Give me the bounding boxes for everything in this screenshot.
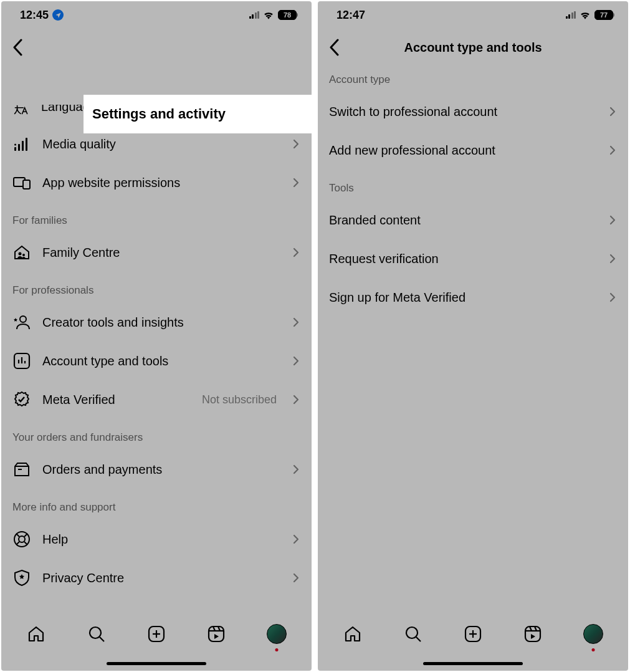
right-screenshot: 12:47 77 Account type and tools Account … <box>318 1 628 671</box>
svg-rect-1 <box>18 144 20 151</box>
row-label: Privacy Centre <box>42 571 280 585</box>
wifi-icon <box>580 11 591 19</box>
page-title: Account type and tools <box>318 41 628 55</box>
chevron-right-icon <box>292 176 300 190</box>
svg-line-23 <box>100 637 104 641</box>
home-indicator[interactable] <box>318 656 628 671</box>
chevron-right-icon <box>292 393 300 406</box>
row-label: App website permissions <box>42 176 280 190</box>
svg-rect-0 <box>14 147 16 151</box>
chevron-right-icon <box>292 571 300 585</box>
chevron-right-icon <box>608 252 617 266</box>
svg-point-17 <box>19 536 25 542</box>
row-label: Creator tools and insights <box>42 315 280 330</box>
svg-rect-2 <box>22 141 24 151</box>
status-bar: 12:45 78 <box>1 1 312 29</box>
row-orders-payments[interactable]: Orders and payments <box>1 450 312 489</box>
nav-header <box>1 29 312 66</box>
battery-level: 77 <box>595 11 613 19</box>
row-label: Meta Verified <box>42 393 191 407</box>
svg-point-4 <box>14 144 16 146</box>
language-icon <box>12 105 30 115</box>
tab-reels[interactable] <box>519 620 546 648</box>
back-button[interactable] <box>320 34 348 61</box>
row-family-centre[interactable]: Family Centre <box>1 233 312 272</box>
star-person-icon <box>12 313 31 332</box>
status-time: 12:45 <box>20 9 49 22</box>
tab-create[interactable] <box>143 620 170 648</box>
section-tools: Tools <box>318 170 628 201</box>
svg-line-18 <box>16 534 19 537</box>
chevron-right-icon <box>608 105 617 118</box>
row-label: Request verification <box>329 252 597 266</box>
left-screenshot: 12:45 78 Settings and activity <box>1 1 312 671</box>
tab-search[interactable] <box>83 620 110 648</box>
svg-rect-6 <box>23 180 30 189</box>
avatar <box>583 624 603 644</box>
chevron-right-icon <box>292 137 300 151</box>
tab-profile[interactable] <box>580 620 607 648</box>
row-secondary: Not subscribed <box>202 393 277 406</box>
notification-dot-icon <box>275 648 278 651</box>
row-label: Sign up for Meta Verified <box>329 290 597 305</box>
tab-reels[interactable] <box>203 620 230 648</box>
row-label: Branded content <box>329 213 597 228</box>
row-label: Family Centre <box>42 246 280 260</box>
row-label: Account type and tools <box>42 354 280 368</box>
svg-point-22 <box>90 627 101 638</box>
svg-point-9 <box>20 316 26 322</box>
chevron-right-icon <box>608 290 617 304</box>
row-meta-verified[interactable]: Meta Verified Not subscribed <box>1 380 312 419</box>
lifebuoy-icon <box>12 530 31 549</box>
battery-level: 78 <box>279 11 296 19</box>
chevron-right-icon <box>292 246 300 259</box>
box-icon <box>12 460 31 479</box>
tab-home[interactable] <box>339 620 366 648</box>
svg-rect-3 <box>26 138 27 151</box>
badge-check-icon <box>12 390 31 409</box>
devices-icon <box>12 173 31 192</box>
chevron-right-icon <box>292 532 300 546</box>
nav-header: Account type and tools <box>318 29 628 66</box>
svg-line-20 <box>16 542 19 545</box>
status-time: 12:47 <box>336 9 365 22</box>
row-privacy-centre[interactable]: Privacy Centre <box>1 559 312 597</box>
row-help[interactable]: Help <box>1 520 312 559</box>
row-app-website-permissions[interactable]: App website permissions <box>1 163 312 202</box>
status-bar: 12:47 77 <box>318 1 628 29</box>
chart-square-icon <box>12 352 31 370</box>
row-creator-tools[interactable]: Creator tools and insights <box>1 303 312 342</box>
svg-rect-36 <box>525 626 540 641</box>
chevron-right-icon <box>608 213 617 227</box>
svg-line-32 <box>416 637 421 641</box>
back-button[interactable] <box>4 34 31 61</box>
bottom-tab-bar <box>1 612 312 656</box>
tab-create[interactable] <box>459 620 487 648</box>
svg-rect-27 <box>209 626 224 641</box>
row-branded-content[interactable]: Branded content <box>318 201 628 239</box>
tab-profile[interactable] <box>263 620 290 648</box>
row-label: Media quality <box>42 137 280 151</box>
location-services-icon <box>52 9 64 21</box>
row-label: Switch to professional account <box>329 105 597 119</box>
cellular-signal-icon <box>249 11 260 19</box>
chevron-right-icon <box>292 354 300 368</box>
row-request-verification[interactable]: Request verification <box>318 239 628 278</box>
signal-bars-icon <box>12 135 31 153</box>
home-indicator[interactable] <box>1 656 312 671</box>
svg-point-8 <box>22 254 25 256</box>
house-people-icon <box>12 243 31 262</box>
row-add-professional[interactable]: Add new professional account <box>318 131 628 170</box>
row-account-type-and-tools[interactable]: Account type and tools <box>1 342 312 380</box>
tab-search[interactable] <box>399 620 427 648</box>
row-signup-meta-verified[interactable]: Sign up for Meta Verified <box>318 278 628 317</box>
chevron-right-icon <box>292 315 300 329</box>
svg-line-21 <box>24 542 27 545</box>
notification-dot-icon <box>591 648 594 651</box>
svg-point-7 <box>19 252 22 256</box>
row-label: Help <box>42 532 280 547</box>
avatar <box>267 624 287 644</box>
tab-home[interactable] <box>22 620 50 648</box>
row-switch-to-professional[interactable]: Switch to professional account <box>318 92 628 131</box>
section-professionals: For professionals <box>1 272 312 303</box>
